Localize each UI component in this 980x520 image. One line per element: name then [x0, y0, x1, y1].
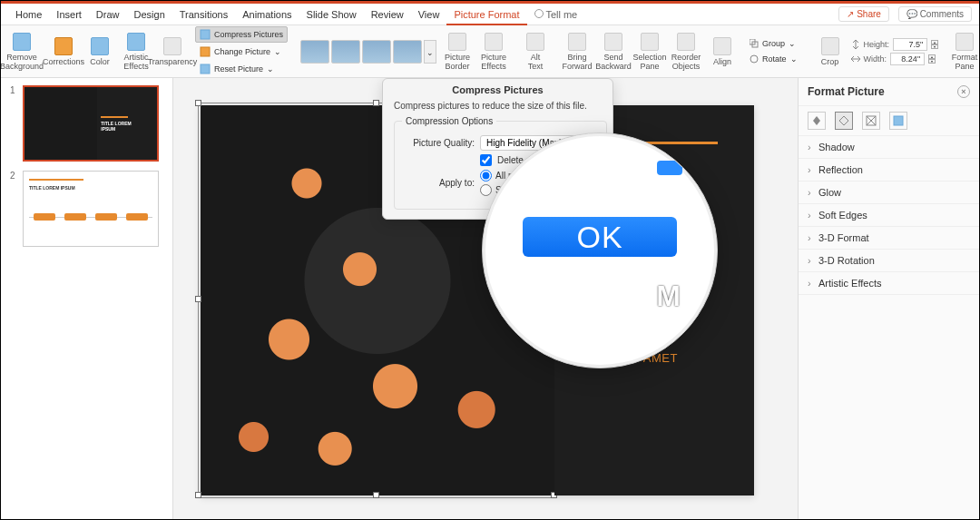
effects-tab-icon[interactable] [835, 112, 853, 130]
send-backward-button[interactable]: Send Backward [596, 31, 631, 73]
reorder-label: Reorder Objects [671, 53, 701, 71]
tab-transitions[interactable]: Transitions [172, 4, 235, 25]
change-icon [200, 46, 211, 57]
group-label: Group [762, 39, 785, 48]
width-value[interactable]: 8.24" [890, 53, 925, 65]
picture-tab-icon[interactable] [889, 112, 907, 130]
height-spinner[interactable]: ▴▾ [931, 40, 938, 49]
close-icon[interactable]: × [957, 85, 970, 98]
section-3d-rotation[interactable]: 3-D Rotation [799, 250, 979, 272]
transparency-button[interactable]: Transparency [155, 35, 190, 68]
section-3d-format[interactable]: 3-D Format [799, 227, 979, 250]
reorder-icon [677, 33, 695, 51]
tab-picture-format[interactable]: Picture Format [446, 4, 526, 25]
bring-label: Bring Forward [563, 53, 593, 71]
dialog-message: Compress pictures to reduce the size of … [394, 101, 602, 116]
color-button[interactable]: Color [83, 35, 117, 68]
tab-design[interactable]: Design [127, 4, 172, 25]
thumbnail-1[interactable]: TITLE LOREM IPSUM [23, 85, 159, 162]
change-label: Change Picture [214, 47, 270, 56]
selpane-label: Selection Pane [633, 53, 667, 71]
section-artistic-effects[interactable]: Artistic Effects [799, 272, 979, 295]
selection-pane-button[interactable]: Selection Pane [632, 31, 667, 73]
align-icon [713, 37, 731, 55]
bring-forward-button[interactable]: Bring Forward [560, 31, 594, 73]
width-spinner[interactable]: ▴▾ [928, 54, 936, 64]
picture-effects-button[interactable]: Picture Effects [476, 31, 511, 73]
artistic-label: Artistic Effects [123, 53, 148, 71]
effects-icon [485, 33, 503, 51]
picture-border-button[interactable]: Picture Border [440, 31, 475, 73]
section-glow[interactable]: Glow [799, 182, 979, 204]
section-shadow[interactable]: Shadow [799, 136, 979, 159]
delete-crop-checkbox[interactable] [480, 154, 492, 166]
tab-draw[interactable]: Draw [89, 4, 127, 25]
align-label: Align [713, 57, 731, 66]
share-button[interactable]: ↗ Share [838, 6, 888, 22]
style-preset-1[interactable] [300, 40, 329, 64]
dimensions: Height: 7.5" ▴▾ Width: 8.24" ▴▾ [849, 38, 941, 65]
ok-button[interactable]: OK [523, 217, 677, 257]
format-picture-pane: Format Picture × Shadow Reflection Glow … [798, 78, 979, 519]
tab-insert[interactable]: Insert [49, 4, 89, 25]
section-reflection[interactable]: Reflection [799, 159, 979, 182]
send-label: Send Backward [595, 53, 632, 71]
apply-all-radio[interactable] [480, 170, 492, 182]
handle-tc[interactable] [373, 100, 379, 106]
group-button[interactable]: Group ⌄ [745, 36, 802, 51]
align-button[interactable]: Align [705, 35, 740, 68]
compress-label: Compress Pictures [214, 30, 283, 39]
comments-button[interactable]: 💬 Comments [898, 6, 972, 22]
slide-canvas[interactable]: M DOLOR SIT AMET Compress Pictures Compr… [173, 78, 798, 519]
handle-tl[interactable] [195, 100, 201, 106]
style-preset-4[interactable] [393, 40, 422, 64]
section-3d-format-label: 3-D Format [818, 232, 869, 243]
remove-background-button[interactable]: Remove Background [5, 31, 39, 73]
bring-icon [568, 33, 586, 51]
format-pane-button[interactable]: Format Pane [947, 31, 979, 73]
thumbnail-2[interactable]: TITLE LOREM IPSUM [23, 171, 159, 247]
section-soft-edges[interactable]: Soft Edges [799, 204, 979, 227]
tab-view[interactable]: View [411, 4, 447, 25]
alt-text-button[interactable]: Alt Text [518, 31, 553, 73]
tab-home[interactable]: Home [8, 4, 49, 25]
thumb1-title: TITLE LOREM IPSUM [101, 121, 153, 132]
height-value[interactable]: 7.5" [893, 38, 927, 51]
tab-slideshow[interactable]: Slide Show [299, 4, 364, 25]
format-pane-label: Format Pane [952, 53, 978, 71]
corrections-icon [54, 37, 73, 55]
svg-rect-2 [201, 64, 210, 74]
style-preset-3[interactable] [362, 40, 391, 64]
handle-bl[interactable] [195, 492, 201, 498]
bulb-icon [534, 9, 544, 18]
rotate-button[interactable]: Rotate ⌄ [745, 52, 802, 66]
sidepane-title: Format Picture [808, 85, 885, 98]
rotate-icon [750, 54, 759, 64]
color-label: Color [90, 57, 110, 66]
picture-tools-stack: Compress Pictures Change Picture ⌄ Reset… [191, 26, 291, 77]
section-artistic-effects-label: Artistic Effects [818, 278, 881, 289]
transparency-icon [163, 37, 181, 55]
ribbon: Remove Background Corrections Color Arti… [1, 25, 979, 78]
corrections-button[interactable]: Corrections [46, 35, 81, 68]
style-preset-2[interactable] [331, 40, 360, 64]
tell-me[interactable]: Tell me [527, 9, 578, 20]
handle-ml[interactable] [195, 296, 201, 302]
reorder-objects-button[interactable]: Reorder Objects [669, 31, 703, 73]
arrange-stack: Group ⌄ Rotate ⌄ [741, 36, 806, 66]
artistic-effects-button[interactable]: Artistic Effects [119, 31, 153, 73]
reset-picture-button[interactable]: Reset Picture ⌄ [195, 61, 288, 77]
handle-bc[interactable] [373, 492, 379, 498]
compress-pictures-button[interactable]: Compress Pictures [195, 26, 288, 43]
comments-label: Comments [920, 9, 964, 19]
tab-review[interactable]: Review [364, 4, 411, 25]
fill-tab-icon[interactable] [808, 112, 826, 130]
section-soft-edges-label: Soft Edges [818, 210, 867, 221]
crop-button[interactable]: Crop [813, 35, 848, 68]
styles-more-button[interactable]: ⌄ [424, 40, 436, 64]
section-shadow-label: Shadow [818, 142, 855, 152]
tab-animations[interactable]: Animations [235, 4, 299, 25]
size-tab-icon[interactable] [862, 112, 880, 130]
change-picture-button[interactable]: Change Picture ⌄ [195, 44, 288, 60]
apply-selected-radio[interactable] [480, 184, 492, 196]
